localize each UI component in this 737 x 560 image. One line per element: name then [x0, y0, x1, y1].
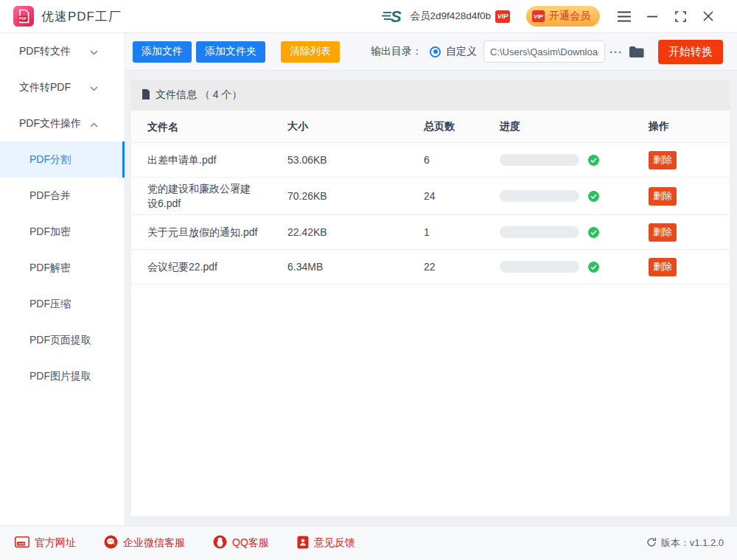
member-id-label: 会员2d9f428d4f0b [410, 10, 491, 23]
table-row: 会议纪要22.pdf 6.34MB 22 删除 [131, 250, 730, 284]
toolbar: 添加文件 添加文件夹 清除列表 输出目录： 自定义 ··· 开始转换 [125, 33, 737, 71]
sidebar-group-label: PDF文件操作 [19, 117, 81, 130]
file-list-card: 文件信息 （ 4 个） 文件名 大小 总页数 进度 操作 出差申请单.pdf 5… [131, 80, 730, 516]
column-header-action: 操作 [649, 120, 730, 133]
sidebar-item-pdf-page-extract[interactable]: PDF页面提取 [0, 322, 125, 358]
version-info: 版本：v1.1.2.0 [646, 536, 724, 550]
content-area: 文件信息 （ 4 个） 文件名 大小 总页数 进度 操作 出差申请单.pdf 5… [125, 71, 737, 525]
start-convert-button[interactable]: 开始转换 [658, 40, 723, 64]
column-header-progress: 进度 [500, 120, 649, 133]
file-name-cell: 党的建设和廉政公署建设6.pdf [131, 181, 287, 211]
success-check-icon [588, 262, 599, 273]
sidebar-item-label: PDF合并 [29, 189, 71, 203]
success-check-icon [588, 155, 599, 166]
column-header-size: 大小 [287, 120, 424, 133]
sidebar: PDF转文件 文件转PDF PDF文件操作 PDF分割 [0, 33, 125, 525]
table-row: 出差申请单.pdf 53.06KB 6 删除 [131, 143, 730, 178]
close-icon[interactable] [694, 5, 722, 27]
progress-bar [500, 190, 579, 202]
file-name-cell: 会议纪要22.pdf [131, 259, 287, 274]
sidebar-group-pdf-operations[interactable]: PDF文件操作 [0, 105, 125, 141]
official-website-link[interactable]: .com 官方网址 [15, 536, 76, 550]
feedback-icon [297, 536, 309, 551]
document-icon [142, 89, 150, 102]
website-com-icon: .com [15, 536, 29, 550]
menu-hamburger-icon[interactable] [610, 5, 638, 27]
file-size-cell: 53.06KB [287, 154, 424, 166]
titlebar: PDF 优速PDF工厂 S 会员2d9f428d4f0b VIP VIP 开通会… [0, 0, 737, 33]
delete-button[interactable]: 删除 [649, 223, 677, 242]
add-file-button[interactable]: 添加文件 [133, 41, 192, 63]
sidebar-item-label: PDF解密 [29, 262, 71, 275]
radio-dot [433, 49, 438, 54]
footer: .com 官方网址 企业微信客服 [0, 525, 737, 560]
table-header-row: 文件名 大小 总页数 进度 操作 [131, 111, 730, 143]
column-header-filename: 文件名 [131, 119, 287, 134]
progress-bar [500, 226, 579, 238]
maximize-icon[interactable] [666, 5, 694, 27]
svg-text:S: S [391, 7, 402, 25]
file-size-cell: 70.26KB [287, 190, 424, 202]
chevron-down-icon [90, 46, 98, 57]
feedback-link[interactable]: 意见反馈 [297, 536, 355, 551]
file-pages-cell: 24 [424, 190, 500, 202]
upgrade-member-label: 开通会员 [549, 10, 590, 23]
qq-service-icon [213, 535, 227, 551]
add-folder-button[interactable]: 添加文件夹 [196, 41, 265, 63]
chevron-down-icon [90, 82, 98, 94]
sidebar-group-label: PDF转文件 [19, 45, 71, 58]
clear-list-button[interactable]: 清除列表 [281, 41, 340, 63]
sidebar-item-label: PDF页面提取 [29, 334, 91, 347]
file-info-title: 文件信息 （ 4 个） [156, 88, 242, 102]
sidebar-item-label: PDF分割 [29, 153, 71, 167]
progress-bar [500, 261, 579, 273]
file-size-cell: 22.42KB [287, 226, 424, 238]
progress-cell [500, 261, 649, 273]
sidebar-item-label: PDF加密 [29, 225, 71, 239]
wechat-service-icon [104, 535, 118, 551]
app-window: PDF 优速PDF工厂 S 会员2d9f428d4f0b VIP VIP 开通会… [0, 0, 737, 560]
sidebar-item-pdf-image-extract[interactable]: PDF图片提取 [0, 358, 125, 394]
file-size-cell: 6.34MB [287, 261, 424, 273]
sidebar-group-pdf-to-file[interactable]: PDF转文件 [0, 33, 125, 69]
table-row: 关于元旦放假的通知.pdf 22.42KB 1 [131, 215, 730, 250]
table-row: 党的建设和廉政公署建设6.pdf 70.26KB 24 [131, 178, 730, 215]
file-pages-cell: 6 [424, 154, 500, 166]
file-name-cell: 关于元旦放假的通知.pdf [131, 225, 287, 239]
column-header-pages: 总页数 [424, 120, 500, 133]
titlebar-actions: S 会员2d9f428d4f0b VIP VIP 开通会员 [380, 5, 722, 27]
custom-dir-radio-label: 自定义 [446, 45, 477, 58]
sidebar-item-pdf-merge[interactable]: PDF合并 [0, 178, 125, 214]
vip-badge-icon: VIP [495, 10, 510, 23]
file-name-cell: 出差申请单.pdf [131, 153, 287, 167]
avatar-swoosh-icon[interactable]: S [380, 7, 404, 25]
qq-service-label: QQ客服 [232, 536, 269, 550]
qq-service-link[interactable]: QQ客服 [213, 535, 269, 551]
refresh-version-icon[interactable] [646, 537, 657, 550]
output-path-input[interactable] [483, 41, 605, 63]
sidebar-item-pdf-split[interactable]: PDF分割 [0, 141, 125, 178]
delete-button[interactable]: 删除 [649, 187, 677, 206]
chevron-up-icon [90, 118, 98, 130]
delete-button[interactable]: 删除 [649, 258, 677, 276]
sidebar-group-file-to-pdf[interactable]: 文件转PDF [0, 69, 125, 105]
sidebar-item-pdf-encrypt[interactable]: PDF加密 [0, 214, 125, 250]
version-label: 版本：v1.1.2.0 [661, 536, 724, 550]
wechat-service-label: 企业微信客服 [123, 536, 185, 550]
upgrade-member-button[interactable]: VIP 开通会员 [526, 6, 600, 27]
sidebar-item-pdf-decrypt[interactable]: PDF解密 [0, 250, 125, 286]
browse-more-button[interactable]: ··· [609, 46, 623, 58]
minimize-icon[interactable] [638, 5, 666, 27]
file-pages-cell: 1 [424, 226, 500, 238]
sidebar-item-pdf-compress[interactable]: PDF压缩 [0, 286, 125, 322]
delete-button[interactable]: 删除 [649, 151, 677, 169]
feedback-label: 意见反馈 [314, 536, 355, 550]
open-folder-icon[interactable] [629, 46, 644, 58]
wechat-service-link[interactable]: 企业微信客服 [104, 535, 185, 551]
success-check-icon [588, 191, 599, 202]
progress-bar [500, 154, 579, 166]
official-website-label: 官方网址 [35, 536, 76, 550]
main-panel: 添加文件 添加文件夹 清除列表 输出目录： 自定义 ··· 开始转换 [125, 33, 737, 525]
custom-dir-radio[interactable] [430, 46, 441, 57]
file-info-bar: 文件信息 （ 4 个） [131, 80, 730, 111]
